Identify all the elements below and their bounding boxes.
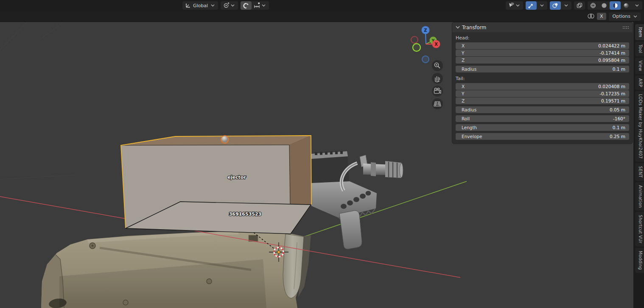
sidebar-tab-animation[interactable]: Animation <box>635 182 644 211</box>
gizmos-toggle-button[interactable] <box>526 1 537 10</box>
snap-toggle-button[interactable] <box>241 1 252 10</box>
bone-label-other: 3691653523 <box>229 211 262 217</box>
sidebar-transform-panel: Transform Head: X0.024422 mY-0.17414 mZ0… <box>452 22 633 144</box>
field-value: 0.024422 m <box>598 43 629 48</box>
sidebar-tab-shortcut-vur[interactable]: Shortcut VUr <box>635 212 644 247</box>
field-value: 0.05 m <box>610 107 629 112</box>
field-value: 0.095804 m <box>598 58 629 63</box>
head-section-label: Head: <box>452 32 633 42</box>
field-value: -0.17414 m <box>599 50 629 55</box>
field-value: 0.19571 m <box>601 98 629 103</box>
orientation-label: Global <box>193 3 208 8</box>
tool-settings-bar: X Options <box>0 11 644 22</box>
bone-joint-sphere[interactable] <box>221 136 229 143</box>
sidebar-tab-lods-maker-by-huykhoi2407[interactable]: LODs Maker by HuyKhoi2407 <box>635 91 644 162</box>
field-label: Radius <box>456 67 476 72</box>
tail-z-field[interactable]: Z0.19571 m <box>456 97 629 104</box>
field-value: 0.1 m <box>613 67 629 72</box>
transform-orientation-icon <box>185 2 191 9</box>
show-gizmo-dropdown[interactable] <box>506 1 523 10</box>
gizmo-neg-z-ball[interactable] <box>422 56 429 63</box>
sidebar-tab-item[interactable]: Item <box>635 24 644 40</box>
tail-x-field[interactable]: X0.020408 m <box>456 83 629 90</box>
overlays-toggle-group <box>550 1 571 10</box>
shading-solid-button[interactable] <box>599 1 610 10</box>
snapping-group <box>241 1 269 10</box>
field-label: Length <box>456 125 477 130</box>
field-label: X <box>456 43 465 48</box>
tail-roll-field[interactable]: Roll-160° <box>456 115 629 122</box>
gizmo-neg-x-ball[interactable] <box>411 36 418 43</box>
tail-rows-container: X0.020408 mY-0.17235 mZ0.19571 mRadius0.… <box>452 83 633 140</box>
bone-boxes[interactable] <box>121 136 311 234</box>
sidebar-tab-modding[interactable]: Modding <box>635 248 644 273</box>
shading-material-icon <box>612 2 619 9</box>
field-label: Radius <box>456 107 476 112</box>
tail-length-field[interactable]: Length0.1 m <box>456 124 629 131</box>
perspective-toggle-button[interactable] <box>432 98 443 109</box>
overlays-toggle-icon <box>552 2 559 9</box>
gizmos-toggle-group <box>526 1 547 10</box>
field-label: Roll <box>456 116 470 121</box>
proportional-editing-dropdown[interactable] <box>252 1 269 10</box>
chevron-down-icon <box>540 4 544 7</box>
transform-orientation-dropdown[interactable]: Global <box>182 1 218 10</box>
chevron-down-icon <box>564 4 568 7</box>
field-label: Y <box>456 91 464 96</box>
tail-radius-field[interactable]: Radius0.05 m <box>456 106 629 113</box>
mirror-x-button[interactable]: X <box>597 13 606 20</box>
field-value: 0.020408 m <box>598 84 629 89</box>
field-label: Envelope <box>456 134 482 139</box>
head-z-field[interactable]: Z0.095804 m <box>456 57 629 64</box>
overlays-dropdown[interactable] <box>561 1 571 10</box>
viewport-header-bar: Global <box>0 0 644 11</box>
field-label: Z <box>456 98 465 103</box>
panel-title: Transform <box>462 25 486 31</box>
gizmos-toggle-icon <box>528 2 535 9</box>
chevron-down-icon <box>516 4 520 7</box>
panel-drag-handle-icon[interactable] <box>622 26 629 29</box>
xaxis-mirror-icon[interactable] <box>587 13 595 20</box>
options-label: Options <box>613 14 630 19</box>
overlays-toggle-button[interactable] <box>550 1 561 10</box>
shading-rendered-icon <box>623 2 630 9</box>
panel-collapse-icon <box>456 26 460 29</box>
chevron-down-icon <box>262 4 266 7</box>
shading-rendered-button[interactable] <box>621 1 632 10</box>
gizmos-dropdown[interactable] <box>537 1 547 10</box>
svg-text:X: X <box>434 42 438 47</box>
snap-magnet-icon <box>243 2 249 9</box>
head-y-field[interactable]: Y-0.17414 m <box>456 50 629 56</box>
sidebar-tab-view[interactable]: View <box>635 58 644 74</box>
options-dropdown[interactable]: Options <box>609 12 641 21</box>
shading-mode-group <box>588 1 642 10</box>
svg-text:Z: Z <box>424 28 427 33</box>
shading-dropdown[interactable] <box>632 1 642 10</box>
sidebar-tab-sent[interactable]: SENT <box>635 163 644 180</box>
field-value: -160° <box>613 116 629 121</box>
shading-solid-icon <box>601 2 608 9</box>
pivot-point-icon <box>223 2 230 9</box>
head-rows-container: X0.024422 mY-0.17414 mZ0.095804 mRadius0… <box>452 42 633 72</box>
transform-panel-header[interactable]: Transform <box>452 22 633 32</box>
shading-material-button[interactable] <box>610 1 621 10</box>
gizmo-neg-y-ball[interactable] <box>413 44 420 51</box>
tail-y-field[interactable]: Y-0.17235 m <box>456 90 629 97</box>
pivot-point-dropdown[interactable] <box>221 1 238 10</box>
zoom-button[interactable] <box>432 60 443 71</box>
proportional-editing-icon <box>254 2 260 9</box>
xray-toggle-button[interactable] <box>574 1 585 10</box>
head-x-field[interactable]: X0.024422 m <box>456 42 629 49</box>
chevron-down-icon <box>633 15 637 18</box>
sidebar-tab-tool[interactable]: Tool <box>635 42 644 56</box>
bone-label-active: ejector <box>227 175 246 180</box>
xray-toggle-icon <box>576 2 583 9</box>
tail-envelope-field[interactable]: Envelope0.25 m <box>456 133 629 140</box>
pan-button[interactable] <box>432 73 443 84</box>
camera-view-button[interactable] <box>432 86 443 97</box>
shading-wireframe-button[interactable] <box>588 1 599 10</box>
tail-section-label: Tail: <box>452 73 633 83</box>
sidebar-tab-arp[interactable]: ARP <box>635 75 644 90</box>
head-radius-field[interactable]: Radius0.1 m <box>456 66 629 72</box>
chevron-down-icon <box>635 4 639 7</box>
